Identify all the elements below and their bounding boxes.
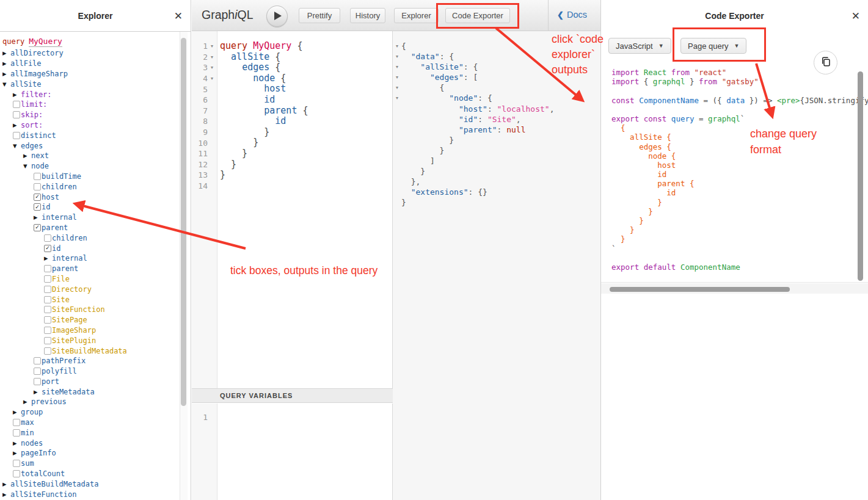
tree-row-node[interactable]: ▼node [2, 161, 177, 172]
tree-row-pageInfo[interactable]: ▶pageInfo [2, 448, 177, 458]
checkbox-unchecked[interactable] [13, 419, 20, 426]
collapse-arrow-icon[interactable]: ▼ [2, 81, 10, 87]
checkbox-unchecked[interactable] [44, 316, 51, 324]
checkbox-unchecked[interactable] [34, 378, 41, 385]
tree-label[interactable]: SitePlugin [52, 336, 96, 345]
fold-arrow-icon[interactable]: ▾ [208, 43, 216, 49]
tree-row-Site[interactable]: Site [2, 294, 177, 305]
tree-label[interactable]: id [52, 244, 60, 253]
tree-row-totalCount[interactable]: totalCount [2, 469, 177, 479]
tree-row-distinct[interactable]: distinct [2, 130, 177, 140]
expand-arrow-icon[interactable]: ▶ [13, 450, 21, 456]
tree-row-children[interactable]: children [2, 233, 177, 243]
tree-label[interactable]: allSiteFunction [10, 490, 76, 499]
tree-row-SitePage[interactable]: SitePage [2, 315, 177, 325]
checkbox-unchecked[interactable] [13, 111, 20, 118]
tree-label[interactable]: File [52, 275, 70, 283]
tree-label[interactable]: sum [21, 459, 34, 468]
collapse-arrow-icon[interactable]: ▼ [13, 143, 21, 149]
horizontal-scrollbar-thumb[interactable] [610, 287, 790, 292]
tree-label[interactable]: distinct [21, 131, 56, 140]
fold-arrow-icon[interactable]: ▾ [393, 41, 401, 51]
tree-row-min[interactable]: min [2, 427, 177, 438]
fold-arrow-icon[interactable]: ▾ [393, 72, 401, 82]
close-code-exporter-icon[interactable]: ✕ [852, 10, 860, 21]
tree-label[interactable]: pathPrefix [42, 357, 86, 365]
expand-arrow-icon[interactable]: ▶ [2, 50, 10, 56]
code-exporter-button[interactable]: Code Exporter [445, 8, 510, 23]
tree-row-polyfill[interactable]: polyfill [2, 366, 177, 377]
expand-arrow-icon[interactable]: ▶ [13, 92, 21, 98]
explorer-toggle-button[interactable]: Explorer [394, 8, 439, 23]
language-dropdown[interactable]: JavaScript ▼ [608, 38, 671, 54]
tree-row-max[interactable]: max [2, 418, 177, 428]
expand-arrow-icon[interactable]: ▶ [34, 389, 42, 395]
tree-row-SiteFunction[interactable]: SiteFunction [2, 305, 177, 315]
checkbox-unchecked[interactable] [34, 368, 41, 375]
tree-label[interactable]: host [42, 193, 59, 201]
tree-label[interactable]: allFile [10, 59, 42, 68]
checkbox-unchecked[interactable] [44, 265, 51, 272]
tree-row-SitePlugin[interactable]: SitePlugin [2, 335, 177, 346]
tree-row-allSiteFunction[interactable]: ▶allSiteFunction [2, 489, 177, 499]
docs-link[interactable]: ❮ Docs [557, 10, 587, 20]
expand-arrow-icon[interactable]: ▶ [2, 481, 10, 487]
tree-label[interactable]: children [42, 183, 77, 191]
fold-arrow-icon[interactable]: ▾ [393, 51, 401, 62]
fold-arrow-icon[interactable]: ▾ [208, 76, 216, 81]
tree-label[interactable]: edges [21, 142, 43, 150]
checkbox-unchecked[interactable] [44, 296, 51, 303]
checkbox-unchecked[interactable] [34, 183, 41, 190]
tree-label[interactable]: internal [52, 254, 87, 263]
tree-row-internal[interactable]: ▶internal [2, 253, 177, 264]
checkbox-unchecked[interactable] [44, 286, 51, 293]
tree-label[interactable]: min [21, 429, 34, 437]
tree-row-siteMetadata[interactable]: ▶siteMetadata [2, 386, 177, 397]
tree-label[interactable]: parent [42, 223, 68, 232]
checkbox-checked[interactable]: ✓ [34, 224, 41, 231]
tree-row-ImageSharp[interactable]: ImageSharp [2, 325, 177, 336]
tree-row-nodes[interactable]: ▶nodes [2, 438, 177, 448]
fold-arrow-icon[interactable]: ▾ [393, 82, 401, 93]
tree-label[interactable]: SiteBuildMetadata [52, 347, 127, 355]
tree-row-next[interactable]: ▶next [2, 151, 177, 161]
checkbox-unchecked[interactable] [34, 173, 41, 180]
tree-label[interactable]: Directory [52, 285, 92, 294]
tree-row-filter[interactable]: ▶filter: [2, 89, 177, 100]
tree-label[interactable]: allSite [10, 80, 42, 89]
query-variables-bar[interactable]: QUERY VARIABLES [192, 388, 393, 403]
tree-row-edges[interactable]: ▼edges [2, 140, 177, 151]
tree-row-host[interactable]: ✓host [2, 192, 177, 202]
query-format-dropdown[interactable]: Page query ▼ [680, 38, 746, 54]
checkbox-checked[interactable]: ✓ [44, 245, 51, 252]
tree-label[interactable]: Site [52, 295, 70, 304]
checkbox-checked[interactable]: ✓ [34, 194, 41, 201]
tree-row-internal[interactable]: ▶internal [2, 212, 177, 223]
tree-label[interactable]: filter: [21, 90, 52, 99]
expand-arrow-icon[interactable]: ▶ [23, 153, 31, 159]
tree-row-sort[interactable]: ▶sort: [2, 120, 177, 131]
vertical-scrollbar-thumb[interactable] [858, 71, 863, 281]
tree-row-id[interactable]: ✓id [2, 202, 177, 212]
checkbox-unchecked[interactable] [13, 132, 20, 139]
expand-arrow-icon[interactable]: ▶ [34, 214, 42, 220]
expand-arrow-icon[interactable]: ▶ [44, 255, 52, 261]
tree-row-allImageSharp[interactable]: ▶allImageSharp [2, 69, 177, 79]
tree-row-allFile[interactable]: ▶allFile [2, 59, 177, 69]
checkbox-checked[interactable]: ✓ [34, 203, 41, 211]
query-name[interactable]: MyQuery [29, 37, 62, 47]
tree-label[interactable]: children [52, 234, 87, 242]
tree-label[interactable]: SiteFunction [52, 305, 105, 314]
tree-row-sum[interactable]: sum [2, 458, 177, 469]
tree-row-port[interactable]: port [2, 377, 177, 387]
checkbox-unchecked[interactable] [13, 429, 20, 437]
fold-arrow-icon[interactable]: ▾ [208, 54, 216, 60]
tree-label[interactable]: parent [52, 264, 78, 273]
fold-arrow-icon[interactable]: ▾ [208, 65, 216, 70]
tree-label[interactable]: node [31, 162, 49, 170]
tree-label[interactable]: next [31, 151, 49, 160]
collapse-arrow-icon[interactable]: ▼ [23, 163, 31, 169]
tree-label[interactable]: allImageSharp [10, 70, 68, 78]
tree-label[interactable]: polyfill [42, 367, 77, 375]
tree-label[interactable]: allDirectory [10, 49, 64, 57]
